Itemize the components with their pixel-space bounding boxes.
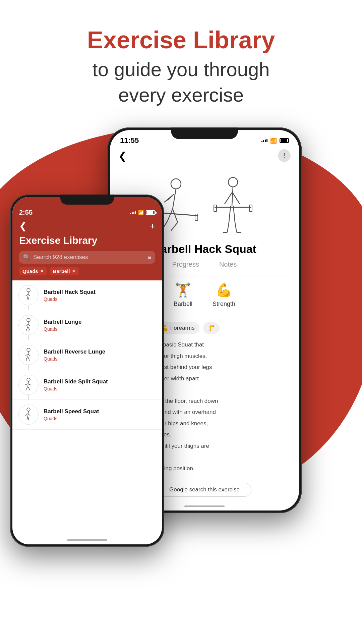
svg-point-37 (27, 348, 30, 352)
svg-line-28 (27, 297, 28, 300)
svg-line-49 (28, 386, 30, 390)
search-placeholder: Search 928 exercises (33, 254, 145, 261)
svg-rect-17 (249, 205, 252, 212)
page-subtitle: to guide you through every exercise (0, 57, 362, 107)
svg-line-3 (168, 194, 174, 201)
list-item[interactable]: Barbell Reverse Lunge Quads (12, 340, 162, 370)
header-section: Exercise Library to guide you through ev… (0, 0, 362, 121)
svg-line-46 (25, 384, 28, 385)
back-button[interactable]: ❮ (118, 150, 127, 162)
exercise-item-wrapper-2: Barbell Lunge Quads (12, 310, 162, 340)
svg-line-9 (168, 209, 173, 221)
remove-quads[interactable]: ✕ (40, 269, 44, 274)
exercise-thumb-4 (18, 375, 39, 395)
svg-point-44 (27, 378, 30, 381)
category-label: Strength (213, 301, 235, 308)
svg-line-29 (28, 297, 29, 300)
svg-line-7 (173, 209, 178, 222)
filter-icon[interactable]: ≡ (147, 254, 151, 261)
exercise-thumb-svg-1 (21, 287, 36, 303)
library-header: 2:55 📶 (12, 197, 162, 280)
barbell-icon: 🏋️ (175, 282, 191, 298)
svg-line-20 (233, 206, 235, 222)
exercise-figure-2 (208, 175, 258, 236)
exercise-thumb-1 (18, 285, 39, 305)
list-item[interactable]: Barbell Hack Squat Quads (12, 280, 162, 310)
back-button-front[interactable]: ❮ (19, 220, 27, 231)
list-item[interactable]: Barbell Lunge Quads (12, 310, 162, 340)
tab-notes[interactable]: Notes (219, 261, 237, 271)
exercise-info-3: Barbell Reverse Lunge Quads (44, 348, 105, 362)
exercise-item-wrapper-1: Barbell Hack Squat Quads (12, 280, 162, 310)
exercise-info-1: Barbell Hack Squat Quads (44, 289, 96, 302)
svg-point-0 (171, 179, 181, 189)
chip-barbell[interactable]: Barbell ✕ (50, 267, 79, 275)
exercise-thumb-svg-3 (21, 347, 36, 363)
add-button[interactable]: + (150, 221, 155, 231)
svg-line-43 (26, 359, 27, 361)
tab-progress[interactable]: Progress (172, 261, 199, 271)
phones-container: 11:55 📶 (0, 107, 362, 644)
exercise-item-wrapper-5: Barbell Speed Squat Quads (12, 400, 162, 430)
remove-barbell[interactable]: ✕ (72, 269, 75, 274)
status-icons: 📶 (261, 138, 289, 144)
nav-bar: ❮ ! (110, 148, 299, 164)
svg-line-34 (26, 327, 28, 331)
svg-line-8 (171, 222, 178, 231)
home-indicator-front (67, 539, 107, 541)
exercise-thumb-svg-2 (21, 317, 36, 333)
svg-line-55 (28, 416, 29, 420)
page-title: Exercise Library (0, 27, 362, 53)
exercise-name-1: Barbell Hack Squat (44, 289, 96, 296)
chip-extra[interactable]: 🦵 (203, 322, 220, 334)
exercise-category-3: Quads (44, 356, 105, 362)
home-indicator (184, 505, 225, 507)
exercise-category-4: Quads (44, 386, 108, 391)
wifi-icon: 📶 (270, 138, 277, 144)
svg-point-30 (27, 318, 30, 322)
svg-line-1 (173, 189, 176, 209)
exercise-name-3: Barbell Reverse Lunge (44, 348, 105, 355)
svg-line-32 (25, 324, 28, 326)
svg-line-13 (225, 192, 232, 204)
phone-notch-front (60, 195, 114, 205)
list-item[interactable]: Barbell Side Split Squat Quads (12, 370, 162, 400)
top-nav: ❮ + (19, 220, 155, 231)
phone-screen-front: 2:55 📶 (12, 197, 162, 544)
exercise-thumb-5 (18, 405, 39, 425)
list-item[interactable]: Barbell Speed Squat Quads (12, 400, 162, 430)
signal-icon-front (130, 211, 136, 214)
exercise-category-5: Quads (44, 416, 99, 421)
svg-line-48 (26, 386, 28, 390)
equipment-label: Barbell (174, 301, 192, 308)
svg-line-14 (232, 192, 240, 204)
svg-line-52 (25, 414, 28, 416)
svg-line-19 (227, 222, 229, 232)
status-time: 11:55 (120, 136, 139, 145)
svg-line-39 (25, 354, 28, 356)
exercise-list: Barbell Hack Squat Quads (12, 280, 162, 430)
search-bar[interactable]: 🔍 Search 928 exercises ≡ (19, 251, 155, 264)
info-button[interactable]: ! (278, 149, 291, 162)
exercise-item-wrapper-4: Barbell Side Split Squat Quads (12, 370, 162, 400)
svg-line-42 (26, 357, 28, 359)
svg-rect-16 (214, 205, 217, 212)
exercise-item-wrapper-3: Barbell Reverse Lunge Quads (12, 340, 162, 370)
exercise-thumb-2 (18, 315, 39, 335)
google-search-button[interactable]: Google search this exercise (158, 483, 251, 497)
signal-icon (261, 139, 267, 142)
search-icon: 🔍 (23, 254, 31, 261)
status-bar-front: 2:55 📶 (19, 209, 155, 216)
chip-quads[interactable]: Quads ✕ (19, 267, 47, 275)
svg-point-11 (228, 177, 238, 187)
category-item: 💪 Strength (213, 282, 235, 308)
phone-library: 2:55 📶 (10, 195, 164, 547)
phone-notch (171, 127, 238, 139)
exercise-category-2: Quads (44, 326, 81, 332)
status-icons-front: 📶 (130, 210, 155, 215)
exercise-category-1: Quads (44, 297, 96, 302)
battery-icon-front (146, 210, 155, 215)
equipment-item: 🏋️ Barbell (174, 282, 192, 308)
svg-line-21 (235, 222, 237, 232)
svg-line-35 (28, 327, 29, 329)
